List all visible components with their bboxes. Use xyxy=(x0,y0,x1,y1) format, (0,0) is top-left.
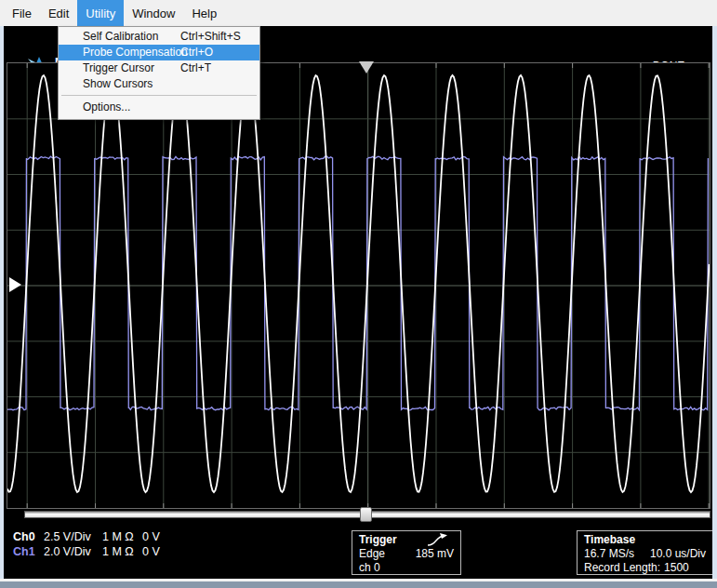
menu-item-probe-compensation[interactable]: Probe Compensation Ctrl+O xyxy=(59,45,259,60)
utility-menu-dropdown: Self Calibration Ctrl+Shift+S Probe Comp… xyxy=(58,26,260,120)
shortcut-self-calibration: Ctrl+Shift+S xyxy=(180,29,241,45)
menu-edit[interactable]: Edit xyxy=(40,0,77,26)
ch0-label: Ch0 xyxy=(13,529,44,544)
window-frame-left xyxy=(0,26,4,588)
channel-row-ch0: Ch0 2.5 V/Div 1 M Ω 0 V xyxy=(13,529,170,544)
ch1-offset: 0 V xyxy=(142,544,170,559)
scope-display xyxy=(7,62,710,509)
menu-bar: File Edit Utility Window Help xyxy=(0,0,717,26)
menu-separator xyxy=(61,95,257,96)
record-length-value: 1500 xyxy=(664,561,689,575)
record-length-label: Record Length: xyxy=(584,561,660,575)
trigger-source: ch 0 xyxy=(359,561,380,575)
status-panel: Ch0 2.5 V/Div 1 M Ω 0 V Ch1 2.0 V/Div 1 … xyxy=(4,521,712,581)
timebase-title: Timebase xyxy=(584,533,706,547)
menu-item-show-cursors[interactable]: Show Cursors xyxy=(59,76,259,92)
ch0-offset: 0 V xyxy=(142,529,170,544)
channel-settings: Ch0 2.5 V/Div 1 M Ω 0 V Ch1 2.0 V/Div 1 … xyxy=(13,529,170,559)
ch0-scale: 2.5 V/Div xyxy=(44,529,102,544)
channel-row-ch1: Ch1 2.0 V/Div 1 M Ω 0 V xyxy=(13,544,170,559)
menu-item-options[interactable]: Options... xyxy=(59,100,259,115)
window-frame-bottom xyxy=(0,581,717,588)
ch0-impedance: 1 M Ω xyxy=(102,529,142,544)
menu-help[interactable]: Help xyxy=(183,0,225,26)
trigger-level: 185 mV xyxy=(416,547,454,561)
menu-utility[interactable]: Utility xyxy=(77,0,124,26)
window-frame-right xyxy=(712,26,717,588)
menu-item-trigger-cursor[interactable]: Trigger Cursor Ctrl+T xyxy=(59,60,259,76)
menu-item-self-calibration[interactable]: Self Calibration Ctrl+Shift+S xyxy=(59,29,259,45)
ch1-label: Ch1 xyxy=(13,544,44,559)
trigger-type: Edge xyxy=(359,547,385,561)
time-per-div: 10.0 us/Div xyxy=(650,547,706,561)
ch0-ground-level-marker[interactable] xyxy=(9,277,21,292)
trigger-info-box: Trigger Edge 185 mV ch 0 xyxy=(352,530,461,575)
menu-file[interactable]: File xyxy=(4,0,40,26)
horizontal-position-slider-thumb[interactable] xyxy=(360,507,372,522)
ch1-impedance: 1 M Ω xyxy=(102,544,142,559)
timebase-info-box: Timebase 16.7 MS/s 10.0 us/Div Record Le… xyxy=(577,530,713,575)
shortcut-probe-compensation: Ctrl+O xyxy=(180,45,213,60)
ch1-scale: 2.0 V/Div xyxy=(44,544,102,559)
menu-window[interactable]: Window xyxy=(124,0,183,26)
trigger-position-marker[interactable] xyxy=(359,61,374,74)
waveform-plot xyxy=(7,63,710,508)
shortcut-trigger-cursor: Ctrl+T xyxy=(180,60,211,76)
sample-rate: 16.7 MS/s xyxy=(584,547,634,561)
rising-edge-icon xyxy=(425,533,453,547)
